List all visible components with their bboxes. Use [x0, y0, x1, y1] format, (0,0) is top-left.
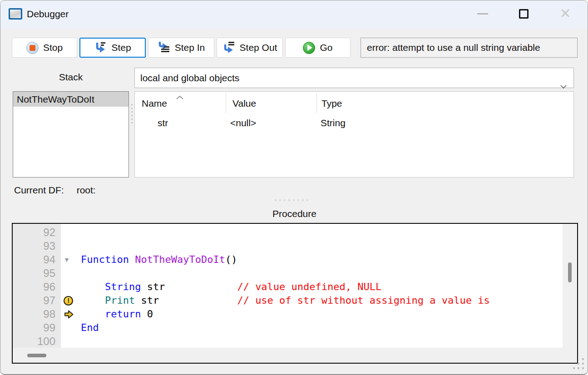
code-line[interactable]: 94▼Function NotTheWayToDoIt(): [13, 253, 563, 266]
close-icon: ✕: [559, 7, 571, 20]
step-in-icon: [158, 41, 170, 55]
current-df-value: root:: [77, 185, 96, 195]
fold-icon[interactable]: ▼: [61, 253, 81, 266]
line-number: 96: [13, 280, 61, 294]
marker-spacer: [61, 335, 81, 348]
table-cell-type[interactable]: String: [321, 118, 346, 128]
code-line[interactable]: 98 return 0: [13, 307, 563, 321]
stop-button[interactable]: Stop: [12, 38, 77, 58]
code-line[interactable]: 95: [13, 266, 563, 280]
vertical-scrollbar[interactable]: [563, 224, 577, 363]
go-button-label: Go: [320, 42, 332, 53]
step-out-button-label: Step Out: [240, 42, 277, 53]
maximize-icon: [519, 9, 529, 19]
code-text: End: [81, 321, 99, 335]
column-header-type[interactable]: Type: [321, 98, 342, 109]
go-button[interactable]: Go: [285, 38, 351, 58]
marker-spacer: [61, 226, 81, 239]
code-line[interactable]: 99End: [13, 321, 563, 335]
code-text: Function NotTheWayToDoIt(): [81, 253, 237, 266]
stop-icon: [26, 42, 39, 54]
step-button-label: Step: [111, 42, 131, 53]
stack-list-item[interactable]: NotTheWayToDoIt: [13, 92, 128, 107]
stop-button-label: Stop: [43, 42, 63, 53]
marker-spacer: [61, 321, 81, 335]
step-out-icon: [222, 41, 235, 55]
code-lines: 929394▼Function NotTheWayToDoIt()9596 St…: [13, 226, 563, 348]
error-message-field[interactable]: error: attempt to use a null string vari…: [361, 38, 578, 58]
procedure-code-editor[interactable]: 929394▼Function NotTheWayToDoIt()9596 St…: [12, 223, 578, 364]
table-cell-name[interactable]: str: [158, 118, 168, 128]
line-number: 92: [13, 226, 61, 239]
minimize-button[interactable]: [468, 0, 497, 27]
scope-dropdown-value: local and global objects: [140, 73, 239, 83]
line-number: 93: [13, 239, 61, 253]
code-line[interactable]: 93: [13, 239, 563, 253]
current-df-status: Current DF:root:: [14, 185, 96, 196]
procedure-label: Procedure: [0, 208, 588, 219]
pane-splitter-handle[interactable]: [131, 104, 133, 124]
objects-table[interactable]: Name Value Type str <null> String: [134, 91, 574, 178]
scope-dropdown[interactable]: local and global objects: [134, 68, 574, 88]
go-icon: [303, 42, 315, 54]
code-line[interactable]: 100: [13, 335, 563, 348]
line-number: 94: [13, 253, 61, 266]
code-text: String str // value undefined, NULL: [81, 280, 381, 294]
line-number: 100: [13, 335, 61, 348]
warning-icon: !: [61, 294, 81, 307]
step-button[interactable]: Step: [79, 38, 146, 58]
line-number: 99: [13, 321, 61, 335]
stack-list[interactable]: NotTheWayToDoIt: [13, 91, 129, 178]
app-window-icon: [9, 8, 22, 20]
marker-spacer: [61, 239, 81, 253]
marker-spacer: [61, 266, 81, 280]
code-line[interactable]: 96 String str // value undefined, NULL: [13, 280, 563, 294]
line-number: 95: [13, 266, 61, 280]
column-divider: [226, 93, 226, 113]
code-text: Print str // use of str without assignin…: [81, 294, 490, 307]
window-title: Debugger: [27, 0, 69, 29]
code-line[interactable]: 92: [13, 226, 563, 239]
line-number: 98: [13, 307, 61, 321]
step-out-button[interactable]: Step Out: [217, 38, 283, 58]
splitter-handle[interactable]: [275, 199, 308, 201]
current-df-label: Current DF:: [14, 185, 64, 195]
vertical-scrollbar-thumb[interactable]: [568, 262, 572, 282]
execution-arrow-icon: [61, 307, 81, 321]
code-text: return 0: [81, 307, 153, 321]
stack-label: Stack: [12, 72, 130, 83]
step-icon: [94, 41, 107, 55]
sort-ascending-icon: [176, 94, 184, 102]
step-in-button[interactable]: Step In: [148, 38, 214, 58]
horizontal-scrollbar[interactable]: [13, 348, 563, 363]
resize-grip[interactable]: [571, 358, 584, 371]
titlebar[interactable]: Debugger ✕: [0, 0, 588, 29]
code-viewport[interactable]: 929394▼Function NotTheWayToDoIt()9596 St…: [13, 224, 563, 348]
minimize-icon: [477, 13, 488, 15]
step-in-button-label: Step In: [175, 42, 205, 53]
maximize-button[interactable]: [509, 0, 538, 27]
column-header-value[interactable]: Value: [232, 98, 256, 109]
horizontal-scrollbar-thumb[interactable]: [27, 354, 46, 357]
code-line[interactable]: 97! Print str // use of str without assi…: [13, 294, 563, 307]
debugger-window: Debugger ✕ Stop Step: [0, 0, 588, 375]
table-cell-value[interactable]: <null>: [230, 118, 256, 128]
column-divider: [316, 93, 317, 113]
column-header-name[interactable]: Name: [142, 98, 167, 109]
line-number: 97: [13, 294, 61, 307]
close-button[interactable]: ✕: [551, 0, 580, 27]
marker-spacer: [61, 280, 81, 294]
